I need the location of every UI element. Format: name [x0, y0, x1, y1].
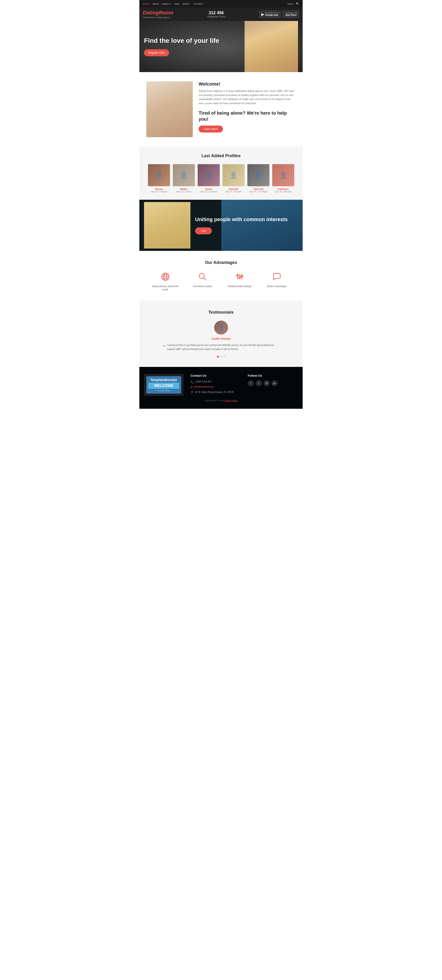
- person-silhouette-icon: 👤: [155, 171, 163, 179]
- dot-1[interactable]: [217, 356, 219, 358]
- svg-point-5: [199, 274, 204, 278]
- profile-name[interactable]: Donna: [148, 188, 170, 191]
- globe-icon: [160, 271, 171, 283]
- profile-name[interactable]: John (S): [247, 188, 269, 191]
- profiles-section: Last Added Profiles 👤 Donna Age: 18, Gla…: [139, 146, 303, 200]
- footer-grid: TemplateMonster WELCOME TO OUR PAGE! Con…: [144, 374, 298, 396]
- header-stats: 312 456 Registered Users: [207, 11, 225, 18]
- hero-section: Find the love of your life Register Now: [139, 21, 303, 72]
- nav-about[interactable]: about: [153, 2, 159, 5]
- advantage-search: Convenient search: [187, 271, 218, 291]
- advantage-globe: Dating service around the world: [150, 271, 181, 291]
- facebook-button[interactable]: f: [248, 380, 254, 386]
- welcome-couple-image: [146, 81, 193, 137]
- footer-email[interactable]: ✉ info@demolink.org: [190, 385, 241, 389]
- profile-avatar[interactable]: 👤: [222, 164, 245, 186]
- couple-embrace-image: [144, 202, 190, 248]
- profile-name[interactable]: Kathleen: [272, 188, 294, 191]
- dot-2[interactable]: [220, 356, 222, 358]
- welcome-description: Dating Room Agency is a long-established…: [199, 89, 296, 105]
- google-play-button[interactable]: ▶ ANDROID APP ON Google play: [259, 11, 281, 18]
- person-icon: 👤: [218, 325, 225, 331]
- googleplus-button[interactable]: g+: [271, 380, 277, 386]
- learn-more-button[interactable]: Learn More: [199, 126, 223, 132]
- profile-avatar[interactable]: 👤: [247, 164, 269, 186]
- testimonial-name: Judith Hunter: [163, 337, 279, 340]
- logo-tagline: Introduction & Dating Agency: [143, 16, 173, 19]
- profile-age: Age: 24, London: [173, 191, 195, 193]
- search-icon[interactable]: 🔍: [296, 2, 299, 5]
- advantage-label: Dating service around the world: [150, 285, 181, 291]
- welcome-headline: Tired of being alone? We're here to help…: [199, 110, 296, 122]
- testimonials-section: Testimonials 👤 Judith Hunter I would jus…: [139, 301, 303, 367]
- footer-welcome-text: WELCOME: [148, 383, 179, 389]
- registered-count: 312 456: [207, 11, 225, 15]
- footer-bottom: Dating Room © 2016 Privacy policy: [144, 399, 298, 402]
- uniting-section: Uniting people with common interests Joi…: [139, 200, 303, 251]
- logo: DatingRoom Introduction & Dating Agency: [143, 10, 173, 19]
- nav-home[interactable]: home: [143, 2, 149, 5]
- profile-avatar[interactable]: 👤: [148, 164, 170, 186]
- profile-avatar[interactable]: 👤: [173, 164, 195, 186]
- person-silhouette-icon: 👤: [279, 171, 287, 179]
- register-now-button[interactable]: Register Now: [144, 49, 169, 56]
- advantages-title: Our Advantages: [144, 260, 298, 265]
- person-silhouette-icon: 👤: [204, 171, 213, 179]
- welcome-title: Welcome!: [199, 81, 296, 87]
- footer-follow: Follow Us f t 📷 g+: [248, 374, 298, 386]
- navigation: home about pages ▾ blog gallery contacts…: [139, 0, 303, 8]
- advantage-label: Convenient search: [187, 285, 218, 288]
- advantage-label: Flexible profile settings: [225, 285, 255, 288]
- nav-gallery[interactable]: gallery: [182, 2, 190, 5]
- footer-logo-tagline: TO OUR PAGE!: [148, 390, 179, 392]
- android-icon: ▶: [261, 12, 264, 16]
- advantages-section: Our Advantages Dating service around the…: [139, 251, 303, 301]
- instagram-button[interactable]: 📷: [264, 380, 270, 386]
- svg-line-6: [204, 278, 206, 280]
- nav-contacts[interactable]: contacts: [193, 2, 203, 5]
- footer-logo-box: TemplateMonster WELCOME TO OUR PAGE!: [144, 374, 184, 396]
- site-footer: TemplateMonster WELCOME TO OUR PAGE! Con…: [139, 367, 303, 409]
- twitter-button[interactable]: t: [256, 380, 262, 386]
- profile-name[interactable]: Walter: [173, 188, 195, 191]
- person-silhouette-icon: 👤: [254, 171, 263, 179]
- footer-phone: 📞 1-800-1234-567: [190, 380, 241, 384]
- profile-avatar[interactable]: 👤: [272, 164, 294, 186]
- profile-name[interactable]: Danielle: [222, 188, 245, 191]
- footer-contact: Contact Us 📞 1-800-1234-567 ✉ info@demol…: [190, 374, 241, 396]
- advantages-grid: Dating service around the world Convenie…: [144, 271, 298, 291]
- app-download-buttons: ▶ ANDROID APP ON Google play Available o…: [259, 11, 299, 18]
- nav-blog[interactable]: blog: [174, 2, 179, 5]
- profile-card: 👤 Donna Age: 18, Glasgow: [148, 164, 170, 193]
- footer-address: 📍 22 St. Black Road Orlando, FL 34578: [190, 391, 241, 395]
- join-button[interactable]: Join: [195, 228, 212, 234]
- profile-age: Age: 18, Glasgow: [148, 191, 170, 193]
- dot-3[interactable]: [223, 356, 225, 358]
- nav-links: home about pages ▾ blog gallery contacts: [143, 2, 203, 5]
- hero-title: Find the love of your life: [144, 37, 219, 45]
- login-link[interactable]: log in: [288, 2, 293, 5]
- message-icon: [271, 271, 283, 283]
- person-silhouette-icon: 👤: [230, 171, 238, 179]
- profile-age: Age: 32, Las Vegas: [247, 191, 269, 193]
- nav-right: log in 🔍: [288, 2, 299, 5]
- search-icon: [197, 271, 208, 283]
- nav-pages[interactable]: pages ▾: [162, 2, 171, 5]
- privacy-policy-link[interactable]: Privacy policy: [225, 399, 238, 402]
- profile-card: 👤 Sarah Age: 20, Liverpool: [198, 164, 220, 193]
- testimonial-quote: I would just like to say thank you for y…: [163, 343, 279, 351]
- footer-logo-text: TemplateMonster: [148, 378, 179, 382]
- person-silhouette-icon: 👤: [180, 171, 188, 179]
- advantage-label: Built-in messenger: [262, 285, 292, 288]
- profile-age: Age: 20, Liverpool: [198, 191, 220, 193]
- profile-card: 👤 John (S) Age: 32, Las Vegas: [247, 164, 269, 193]
- registered-label: Registered Users: [207, 15, 225, 18]
- profiles-grid: 👤 Donna Age: 18, Glasgow 👤 Walter Age: 2…: [144, 164, 298, 193]
- profile-age: Age: 26, Glasgow: [222, 191, 245, 193]
- app-store-button[interactable]: Available on the App Store: [282, 11, 299, 18]
- hero-content: Find the love of your life Register Now: [139, 30, 224, 63]
- profile-card: 👤 Walter Age: 24, London: [173, 164, 195, 193]
- profile-name[interactable]: Sarah: [198, 188, 220, 191]
- uniting-content: Uniting people with common interests Joi…: [195, 216, 288, 235]
- profile-avatar[interactable]: 👤: [198, 164, 220, 186]
